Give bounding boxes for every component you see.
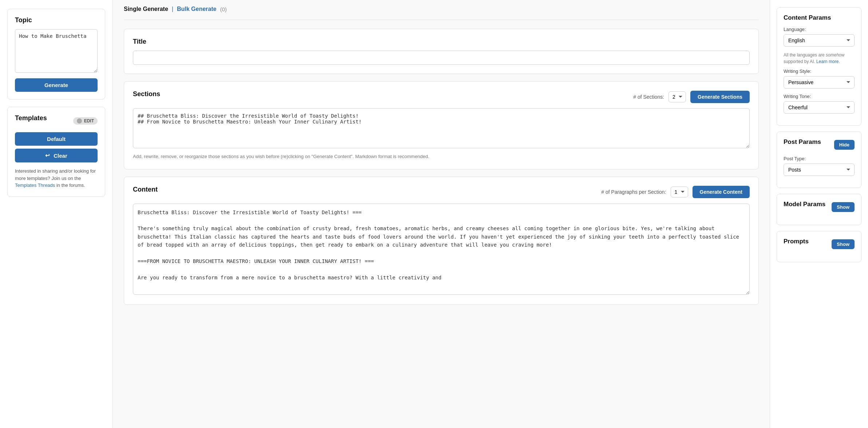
post-params-header: Post Params Hide <box>784 138 855 151</box>
content-heading: Content <box>133 186 158 193</box>
sections-block: Sections # of Sections: 2 1 3 4 5 Genera… <box>124 81 759 169</box>
toggle-dot <box>77 118 82 123</box>
prompts-section: Prompts Show <box>777 231 861 262</box>
topic-input[interactable] <box>15 29 98 73</box>
content-area-header: Content # of Paragraphs per Section: 1 2… <box>133 186 750 199</box>
generate-button[interactable]: Generate <box>15 78 98 92</box>
template-note: Interested in sharing and/or looking for… <box>15 168 98 189</box>
title-input[interactable]: The Toasty Delight: Mastering the Art of… <box>133 51 750 65</box>
templates-card: Templates EDIT Default Clear Interested … <box>7 107 105 197</box>
main-content: Single Generate | Bulk Generate (0) Titl… <box>113 0 770 428</box>
post-type-select[interactable]: Posts Pages Custom <box>784 164 855 176</box>
sections-header: Sections # of Sections: 2 1 3 4 5 Genera… <box>133 90 750 103</box>
title-block: Title The Toasty Delight: Mastering the … <box>124 29 759 74</box>
post-params-title: Post Params <box>784 138 821 146</box>
title-block-heading: Title <box>133 38 750 46</box>
sections-controls: # of Sections: 2 1 3 4 5 Generate Sectio… <box>633 91 750 103</box>
writing-tone-label: Writing Tone: <box>784 94 855 99</box>
language-note: All the languages are somehow supported … <box>784 52 855 65</box>
bulk-generate-link[interactable]: Bulk Generate <box>177 6 216 12</box>
model-params-header: Model Params Show <box>784 201 855 213</box>
writing-style-label: Writing Style: <box>784 68 855 74</box>
prompts-header: Prompts Show <box>784 238 855 250</box>
sections-hint: Add, rewrite, remove, or reorganize thos… <box>133 153 750 160</box>
sections-count-select[interactable]: 2 1 3 4 5 <box>668 91 686 102</box>
nav-divider: | <box>172 6 173 12</box>
clear-label: Clear <box>54 153 67 159</box>
learn-more-link[interactable]: Learn more <box>816 59 839 64</box>
templates-threads-link[interactable]: Templates Threads <box>15 182 55 188</box>
hide-post-params-button[interactable]: Hide <box>834 140 855 150</box>
single-generate-tab[interactable]: Single Generate <box>124 6 168 12</box>
generate-content-button[interactable]: Generate Content <box>693 186 750 198</box>
bulk-count: (0) <box>220 6 226 12</box>
sidebar: Topic Generate Templates EDIT Default Cl… <box>0 0 113 428</box>
generate-sections-button[interactable]: Generate Sections <box>690 91 750 103</box>
paragraphs-label: # of Paragraphs per Section: <box>601 189 666 195</box>
model-params-section: Model Params Show <box>777 194 861 225</box>
content-block: Content # of Paragraphs per Section: 1 2… <box>124 177 759 305</box>
templates-header: Templates EDIT <box>15 114 98 127</box>
post-params-section: Post Params Hide Post Type: Posts Pages … <box>777 131 861 188</box>
content-textarea[interactable] <box>133 204 750 295</box>
writing-style-select[interactable]: Persuasive Informative Casual Formal <box>784 76 855 89</box>
model-params-title: Model Params <box>784 201 825 208</box>
language-label: Language: <box>784 27 855 32</box>
top-nav: Single Generate | Bulk Generate (0) <box>124 0 759 20</box>
topic-heading: Topic <box>15 16 98 24</box>
writing-tone-select[interactable]: Cheerful Serious Neutral Humorous <box>784 101 855 114</box>
post-type-label: Post Type: <box>784 156 855 161</box>
undo-icon <box>45 152 51 159</box>
language-select[interactable]: English Spanish French German Italian <box>784 34 855 47</box>
topic-card: Topic Generate <box>7 9 105 99</box>
edit-label: EDIT <box>84 118 94 123</box>
sections-count-label: # of Sections: <box>633 94 664 100</box>
edit-toggle[interactable]: EDIT <box>73 117 98 125</box>
default-template-button[interactable]: Default <box>15 132 98 146</box>
show-model-params-button[interactable]: Show <box>832 202 855 212</box>
templates-heading: Templates <box>15 114 47 122</box>
content-params-title: Content Params <box>784 14 855 21</box>
prompts-title: Prompts <box>784 238 809 245</box>
show-prompts-button[interactable]: Show <box>832 239 855 249</box>
content-params-section: Content Params Language: English Spanish… <box>777 7 861 126</box>
paragraphs-count-select[interactable]: 1 2 3 <box>671 186 688 197</box>
content-controls: # of Paragraphs per Section: 1 2 3 Gener… <box>601 186 750 198</box>
clear-template-button[interactable]: Clear <box>15 149 98 162</box>
sections-textarea[interactable] <box>133 108 750 148</box>
sections-heading: Sections <box>133 90 160 98</box>
right-panel: Content Params Language: English Spanish… <box>770 0 868 428</box>
